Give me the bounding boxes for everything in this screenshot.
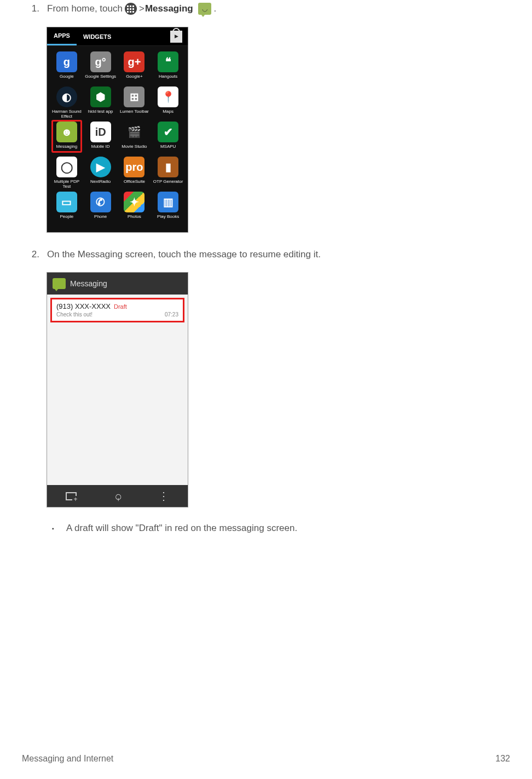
app-label: OTP Generator — [153, 180, 183, 189]
app-icon: ◐ — [56, 86, 77, 107]
app-label: Lumen Toolbar — [120, 109, 149, 119]
app-google-[interactable]: g+Google+ — [118, 51, 151, 84]
app-label: Multiple PDP Test — [51, 180, 83, 189]
app-label: Phone — [94, 215, 107, 224]
message-preview: Check this out! — [56, 311, 92, 318]
app-label: People — [60, 215, 73, 224]
apps-drawer-icon — [125, 3, 137, 15]
message-draft-row[interactable]: (913) XXX-XXXX Draft Check this out! 07:… — [50, 298, 184, 322]
app-label: Messaging — [56, 145, 78, 154]
footer-page: 132 — [495, 754, 510, 764]
app-mobile-id[interactable]: iDMobile ID — [84, 122, 117, 154]
app-icon: ▮ — [158, 157, 178, 177]
app-icon: ✔ — [158, 122, 178, 142]
screenshot-messaging-draft: Messaging (913) XXX-XXXX Draft Check thi… — [47, 272, 188, 507]
app-otp-generator[interactable]: ▮OTP Generator — [152, 157, 184, 189]
app-icon: ▭ — [56, 192, 77, 212]
app-label: hidd test app — [88, 109, 113, 119]
step-number: 2. — [22, 249, 39, 260]
app-label: Google+ — [126, 74, 142, 84]
app-officesuite[interactable]: proOfficeSuite — [118, 157, 151, 189]
play-store-icon[interactable] — [170, 31, 182, 43]
app-phone[interactable]: ✆Phone — [84, 192, 117, 224]
app-icon: g — [56, 51, 77, 72]
app-label: Harman Sound Effect — [51, 109, 83, 119]
sub-bullet: ▪ A draft will show "Draft" in red on th… — [52, 523, 510, 534]
app-lumen-toolbar[interactable]: ⊞Lumen Toolbar — [118, 86, 151, 119]
app-icon: 📍 — [158, 86, 178, 107]
app-icon: ▥ — [158, 192, 178, 212]
app-google[interactable]: gGoogle — [50, 51, 83, 84]
app-icon: ❝ — [158, 51, 178, 72]
app-nextradio[interactable]: ▶NextRadio — [84, 157, 117, 189]
app-icon: ✆ — [90, 192, 111, 212]
compose-icon[interactable] — [66, 492, 77, 500]
app-hangouts[interactable]: ❝Hangouts — [152, 51, 184, 84]
screenshot-app-drawer: APPS WIDGETS gGoogleg°Google Settingsg+G… — [47, 27, 188, 233]
app-icon: g+ — [124, 51, 144, 72]
app-google-settings[interactable]: g°Google Settings — [84, 51, 117, 84]
messaging-header-icon — [53, 278, 66, 289]
app-msapu[interactable]: ✔MSAPU — [152, 122, 184, 154]
app-label: Play Books — [157, 215, 179, 224]
app-label: NextRadio — [90, 180, 111, 189]
instruction-list: 1. From home, touch > Messaging ◡ . APPS… — [22, 3, 510, 534]
app-label: OfficeSuite — [124, 180, 145, 189]
app-maps[interactable]: 📍Maps — [152, 86, 184, 119]
search-icon[interactable] — [114, 489, 121, 503]
app-label: Hangouts — [159, 74, 177, 84]
step-1: 1. From home, touch > Messaging ◡ . APPS… — [22, 3, 510, 233]
app-movie-studio[interactable]: 🎬Movie Studio — [118, 122, 151, 154]
app-icon: ⊞ — [124, 86, 144, 107]
menu-icon[interactable] — [158, 489, 169, 503]
app-label: Maps — [163, 109, 174, 119]
app-label: Google — [60, 74, 74, 84]
step-2: 2. On the Messaging screen, touch the me… — [22, 249, 510, 534]
app-icon: iD — [90, 122, 111, 142]
app-photos[interactable]: ✦Photos — [118, 192, 151, 224]
app-icon: ☻ — [56, 122, 77, 142]
step-text: On the Messaging screen, touch the messa… — [47, 249, 321, 260]
messaging-header-title: Messaging — [70, 279, 107, 288]
bullet-mark: ▪ — [52, 526, 56, 534]
app-hidd-test-app[interactable]: ⬢hidd test app — [84, 86, 117, 119]
messaging-header: Messaging — [47, 273, 188, 295]
bullet-text: A draft will show "Draft" in red on the … — [66, 523, 297, 534]
app-icon: ▶ — [90, 157, 111, 177]
messaging-empty-area — [47, 322, 188, 485]
app-messaging[interactable]: ☻Messaging — [50, 122, 83, 154]
app-icon: ⬢ — [90, 86, 111, 107]
app-people[interactable]: ▭People — [50, 192, 83, 224]
app-icon: ◯ — [56, 157, 77, 177]
app-play-books[interactable]: ▥Play Books — [152, 192, 184, 224]
tab-apps[interactable]: APPS — [47, 27, 77, 45]
app-multiple-pdp-test[interactable]: ◯Multiple PDP Test — [50, 157, 83, 189]
drawer-tabs: APPS WIDGETS — [47, 27, 188, 46]
step-text: From home, touch > Messaging ◡ . — [47, 3, 216, 15]
draft-badge: Draft — [114, 303, 127, 310]
app-icon: pro — [124, 157, 144, 177]
message-time: 07:23 — [165, 311, 178, 318]
app-icon: ✦ — [124, 192, 144, 212]
app-icon: 🎬 — [124, 122, 144, 142]
app-harman-sound-effect[interactable]: ◐Harman Sound Effect — [50, 86, 83, 119]
app-label: Google Settings — [85, 74, 116, 84]
page-footer: Messaging and Internet 132 — [22, 754, 510, 764]
tab-widgets[interactable]: WIDGETS — [77, 27, 118, 45]
footer-section: Messaging and Internet — [22, 754, 113, 764]
app-label: MSAPU — [160, 145, 176, 154]
app-icon: g° — [90, 51, 111, 72]
step-number: 1. — [22, 3, 39, 14]
messaging-app-icon: ◡ — [198, 3, 211, 15]
message-subject: (913) XXX-XXXX — [56, 302, 111, 310]
app-label: Mobile ID — [91, 145, 110, 154]
messaging-footer — [47, 485, 188, 507]
app-label: Movie Studio — [122, 145, 147, 154]
app-grid: gGoogleg°Google Settingsg+Google+❝Hangou… — [47, 46, 188, 232]
app-label: Photos — [128, 215, 141, 224]
